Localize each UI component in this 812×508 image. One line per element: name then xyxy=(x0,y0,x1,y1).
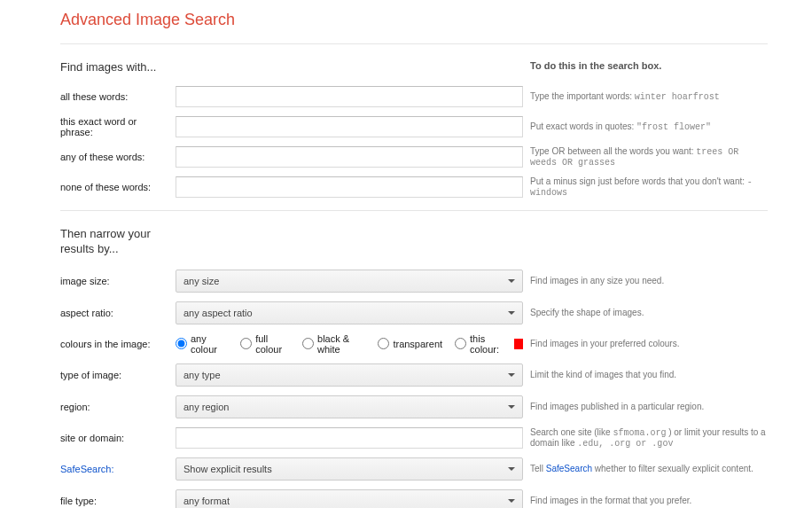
hint-exact: Put exact words in quotes: "frost flower… xyxy=(530,121,768,132)
hint-type: Limit the kind of images that you find. xyxy=(530,370,768,379)
select-type[interactable]: any type xyxy=(176,363,523,387)
row-type: type of image: any type Limit the kind o… xyxy=(60,363,768,387)
input-any-words[interactable] xyxy=(176,146,523,168)
row-exact: this exact word or phrase: Put exact wor… xyxy=(60,116,768,137)
input-site[interactable] xyxy=(176,427,523,449)
section2-heading: Then narrow your results by... xyxy=(60,227,184,257)
input-all-words[interactable] xyxy=(176,86,523,107)
row-any-words: any of these words: Type OR between all … xyxy=(60,146,768,168)
label-any-words: any of these words: xyxy=(60,152,176,162)
row-all-words: all these words: Type the important word… xyxy=(60,86,768,107)
radio-full-colour-input[interactable] xyxy=(240,338,252,349)
hint-region: Find images published in a particular re… xyxy=(530,402,768,411)
row-filetype: file type: any format Find images in the… xyxy=(60,489,768,508)
page-container: Advanced Image Search Find images with..… xyxy=(0,0,812,508)
label-none-words: none of these words: xyxy=(60,182,176,192)
label-filetype: file type: xyxy=(60,496,176,506)
chevron-down-icon xyxy=(508,279,515,283)
row-none-words: none of these words: Put a minus sign ju… xyxy=(60,176,768,198)
radio-transparent-input[interactable] xyxy=(378,338,389,349)
hint-any-words: Type OR between all the words you want: … xyxy=(530,146,768,168)
hint-filetype: Find images in the format that you prefe… xyxy=(530,496,768,505)
row-site: site or domain: Search one site (like sf… xyxy=(60,427,768,449)
label-safesearch[interactable]: SafeSearch: xyxy=(60,464,176,474)
radio-black-white[interactable]: black & white xyxy=(302,333,365,355)
hint-all-words: Type the important words: winter hoarfro… xyxy=(530,91,768,102)
label-site: site or domain: xyxy=(60,433,176,443)
label-aspect: aspect ratio: xyxy=(60,308,176,318)
section1-hint-heading: To do this in the search box. xyxy=(530,60,768,74)
chevron-down-icon xyxy=(508,499,515,503)
radio-any-colour-input[interactable] xyxy=(176,338,187,349)
page-title: Advanced Image Search xyxy=(60,11,768,29)
input-none-words[interactable] xyxy=(176,176,523,198)
section1-heading: Find images with... xyxy=(60,60,176,74)
radio-any-colour[interactable]: any colour xyxy=(176,333,228,355)
select-filetype[interactable]: any format xyxy=(176,489,523,508)
radio-this-colour-input[interactable] xyxy=(455,338,466,349)
colour-radio-group: any colour full colour black & white tra… xyxy=(176,333,523,355)
radio-this-colour[interactable]: this colour: xyxy=(455,333,523,355)
section1-header: Find images with... To do this in the se… xyxy=(60,60,768,74)
row-safesearch: SafeSearch: Show explicit results Tell S… xyxy=(60,457,768,481)
colour-swatch[interactable] xyxy=(514,339,523,349)
select-image-size[interactable]: any size xyxy=(176,270,523,293)
input-exact[interactable] xyxy=(176,116,523,137)
label-colours: colours in the image: xyxy=(60,339,176,349)
label-exact: this exact word or phrase: xyxy=(60,116,176,137)
divider xyxy=(60,210,768,211)
safesearch-link[interactable]: SafeSearch xyxy=(546,464,592,473)
radio-transparent[interactable]: transparent xyxy=(378,338,442,349)
label-type: type of image: xyxy=(60,370,176,380)
select-aspect[interactable]: any aspect ratio xyxy=(176,301,523,324)
chevron-down-icon xyxy=(508,405,515,409)
chevron-down-icon xyxy=(508,373,515,377)
chevron-down-icon xyxy=(508,467,515,471)
hint-colours: Find images in your preferred colours. xyxy=(530,339,768,348)
row-image-size: image size: any size Find images in any … xyxy=(60,270,768,293)
divider xyxy=(60,43,768,44)
hint-aspect: Specify the shape of images. xyxy=(530,308,768,317)
label-image-size: image size: xyxy=(60,276,176,286)
radio-black-white-input[interactable] xyxy=(302,338,314,349)
radio-full-colour[interactable]: full colour xyxy=(240,333,290,355)
select-region[interactable]: any region xyxy=(176,395,523,418)
select-safesearch[interactable]: Show explicit results xyxy=(176,457,523,481)
hint-none-words: Put a minus sign just before words that … xyxy=(530,176,768,198)
hint-site: Search one site (like sfmoma.org ) or li… xyxy=(530,427,768,449)
chevron-down-icon xyxy=(508,311,515,315)
hint-safesearch: Tell SafeSearch whether to filter sexual… xyxy=(530,464,768,473)
row-aspect: aspect ratio: any aspect ratio Specify t… xyxy=(60,301,768,324)
label-all-words: all these words: xyxy=(60,91,176,102)
label-region: region: xyxy=(60,402,176,412)
row-colours: colours in the image: any colour full co… xyxy=(60,333,768,355)
row-region: region: any region Find images published… xyxy=(60,395,768,418)
hint-image-size: Find images in any size you need. xyxy=(530,276,768,285)
